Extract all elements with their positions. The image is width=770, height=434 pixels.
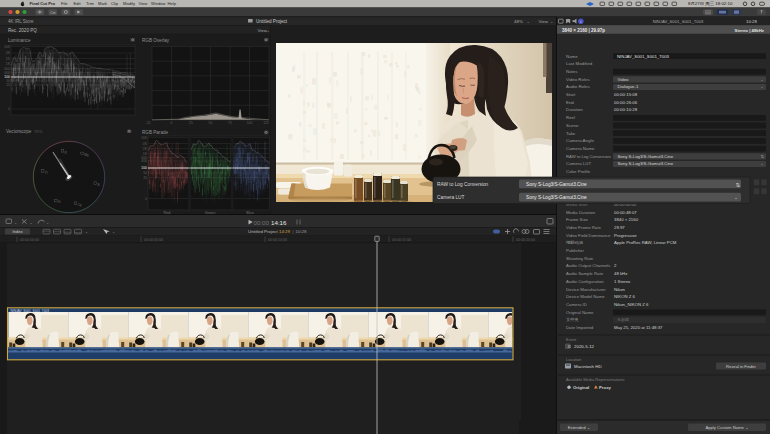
svg-text:Original: Original — [573, 385, 589, 390]
svg-text:Audio Sample Rate: Audio Sample Rate — [566, 271, 604, 276]
svg-text:25: 25 — [143, 176, 147, 180]
svg-text:⌄: ⌄ — [46, 221, 49, 225]
svg-text:Camera Angle: Camera Angle — [566, 138, 594, 143]
svg-text:View: View — [539, 19, 549, 24]
svg-text:NINJAV_S001_S001_T003: NINJAV_S001_S001_T003 — [617, 54, 670, 59]
svg-text:Audio Configuration: Audio Configuration — [566, 279, 604, 284]
svg-text:Proxy: Proxy — [599, 385, 612, 390]
svg-text:100: 100 — [141, 166, 147, 170]
svg-text:⌄: ⌄ — [761, 162, 764, 166]
svg-text:Mg: Mg — [84, 153, 89, 157]
svg-text:00:00:00:00: 00:00:00:00 — [20, 238, 39, 242]
svg-text:00:00:05:00: 00:00:05:00 — [144, 238, 163, 242]
svg-text:8月27日 周三 18:02:10: 8月27日 周三 18:02:10 — [688, 1, 733, 6]
svg-text:RAW to Log Conversion: RAW to Log Conversion — [566, 154, 611, 159]
svg-text:Date Imported: Date Imported — [566, 325, 594, 330]
svg-text:-25: -25 — [146, 121, 151, 125]
svg-text:Macintosh HD: Macintosh HD — [574, 364, 602, 369]
svg-text:Untitled Project: Untitled Project — [256, 19, 288, 24]
svg-text:Color Profile: Color Profile — [566, 169, 591, 174]
svg-text:Trim: Trim — [86, 1, 95, 6]
svg-text:Original Name: Original Name — [566, 310, 594, 315]
svg-text:00:00:20:00: 00:00:20:00 — [516, 238, 535, 242]
svg-text:0: 0 — [171, 121, 173, 125]
svg-text:Take: Take — [566, 131, 576, 136]
svg-text:Audio Output Channels: Audio Output Channels — [566, 263, 610, 268]
svg-text:4K IRL Store: 4K IRL Store — [8, 19, 34, 24]
svg-text:⌄: ⌄ — [761, 85, 764, 89]
svg-text:File: File — [61, 1, 68, 6]
svg-text:00:00:15:08: 00:00:15:08 — [614, 92, 638, 97]
svg-text:Camera ID: Camera ID — [566, 302, 587, 307]
svg-text:Camera Name: Camera Name — [566, 146, 595, 151]
svg-text:1K: 1K — [6, 62, 11, 66]
svg-text:25: 25 — [189, 121, 193, 125]
svg-text:⌄: ⌄ — [112, 230, 115, 234]
svg-text:400: 400 — [4, 71, 10, 75]
svg-text:Shooting Rate: Shooting Rate — [566, 256, 594, 261]
svg-text:⌄: ⌄ — [734, 195, 738, 200]
svg-text:Camera LUT: Camera LUT — [566, 161, 591, 166]
svg-text:Cm: Cm — [50, 11, 55, 15]
svg-text:Final Cut Pro: Final Cut Pro — [30, 1, 56, 6]
svg-text:Duration: Duration — [566, 107, 583, 112]
svg-text:2020-5-12: 2020-5-12 — [574, 344, 595, 349]
svg-text:NINJAV_S001_S001_T003: NINJAV_S001_S001_T003 — [653, 19, 704, 24]
svg-text:Notes: Notes — [566, 69, 578, 74]
svg-text:Nikon: Nikon — [614, 287, 626, 292]
svg-text:Video Roles: Video Roles — [566, 77, 590, 82]
svg-text:Start: Start — [566, 92, 576, 97]
svg-text:31: 31 — [568, 345, 572, 349]
svg-text:Yl: Yl — [45, 171, 48, 175]
svg-text:Edit: Edit — [74, 1, 82, 6]
svg-text:Index: Index — [12, 229, 23, 234]
svg-text:400: 400 — [141, 159, 147, 163]
svg-text:Frame Size: Frame Size — [566, 217, 589, 222]
svg-text:⌄: ⌄ — [14, 221, 17, 225]
svg-text:4K: 4K — [6, 51, 11, 55]
svg-text:⌄: ⌄ — [30, 221, 33, 225]
svg-text:3840 × 2160: 3840 × 2160 — [614, 217, 639, 222]
svg-text:B: B — [97, 183, 99, 187]
svg-text:Camera LUT: Camera LUT — [437, 195, 465, 200]
svg-text:10:28: 10:28 — [296, 229, 308, 234]
svg-text:48%: 48% — [514, 19, 523, 24]
svg-text:View: View — [139, 1, 148, 6]
svg-text:Video: Video — [618, 77, 630, 82]
svg-text:Untitled Project: Untitled Project — [248, 229, 279, 234]
svg-text:⌄: ⌄ — [550, 19, 553, 24]
svg-text:Name: Name — [566, 54, 578, 59]
svg-text:00:00:48:07: 00:00:48:07 — [614, 210, 637, 215]
svg-text:Media Duration: Media Duration — [566, 210, 596, 215]
svg-text:75: 75 — [228, 121, 232, 125]
svg-text:75%: 75% — [34, 129, 43, 134]
svg-text:Device Model Name: Device Model Name — [566, 294, 605, 299]
svg-text:Sony S-Log3/S-Gamut3.Cine: Sony S-Log3/S-Gamut3.Cine — [526, 195, 587, 200]
svg-text:Available Media Representation: Available Media Representations — [566, 377, 624, 382]
svg-text:Scene: Scene — [566, 123, 579, 128]
svg-text:2K: 2K — [143, 147, 148, 151]
svg-text:RGB Overlay: RGB Overlay — [142, 38, 170, 43]
svg-text:50: 50 — [209, 121, 213, 125]
svg-text:⌄: ⌄ — [527, 19, 530, 24]
svg-text:50: 50 — [143, 171, 147, 175]
svg-text:Cy: Cy — [78, 203, 82, 207]
svg-text:⌄: ⌄ — [85, 230, 88, 234]
svg-text:10K: 10K — [141, 136, 148, 140]
svg-text:Audio Roles: Audio Roles — [566, 84, 590, 89]
svg-text:3840 × 2160 | 29.97p: 3840 × 2160 | 29.97p — [562, 28, 605, 33]
svg-text:Video Field Dominance: Video Field Dominance — [566, 233, 611, 238]
svg-text:00:00:10:00: 00:00:10:00 — [268, 238, 287, 242]
svg-text:Publisher: Publisher — [566, 248, 584, 253]
svg-text:May 25, 2020 at 11:48:37: May 25, 2020 at 11:48:37 — [614, 325, 663, 330]
svg-text:Sony S-Log3/S-Gamut3.Cine: Sony S-Log3/S-Gamut3.Cine — [618, 161, 674, 166]
svg-text:End: End — [566, 100, 574, 105]
svg-text:Apply Custom Name ⌄: Apply Custom Name ⌄ — [705, 425, 748, 430]
svg-text:29.97: 29.97 — [614, 225, 625, 230]
svg-text:Device Manufacturer: Device Manufacturer — [566, 287, 606, 292]
svg-text:00:00:10:28: 00:00:10:28 — [614, 107, 638, 112]
svg-text:00:00: 00:00 — [254, 219, 270, 226]
svg-text:Reel: Reel — [566, 115, 575, 120]
svg-text:RAW to Log Conversion: RAW to Log Conversion — [437, 182, 489, 187]
svg-text:Reveal in Finder: Reveal in Finder — [726, 364, 756, 369]
